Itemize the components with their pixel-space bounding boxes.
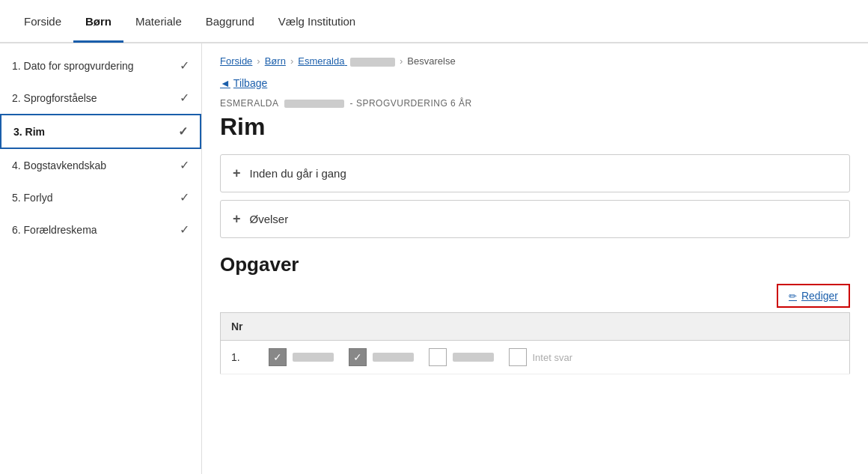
table-header-row: Nr: [221, 313, 850, 341]
accordion-2-plus-icon: +: [233, 211, 241, 227]
accordion-2-label: Øvelser: [250, 213, 289, 225]
sidebar-item-4-label: 4. Bogstavkendskab: [12, 159, 106, 171]
sidebar-item-4[interactable]: 4. Bogstavkendskab ✓: [0, 149, 201, 181]
checkbox-group-1: ✓: [269, 348, 334, 366]
nav-baggrund[interactable]: Baggrund: [194, 1, 266, 41]
checkbox-group-4: Intet svar: [509, 348, 572, 366]
checkbox-2-label: [373, 353, 414, 362]
tasks-table: Nr 1. ✓: [220, 312, 850, 374]
breadcrumb-name-redacted: [350, 58, 395, 67]
nav-born[interactable]: Børn: [73, 1, 123, 41]
edit-button-label: Rediger: [801, 290, 838, 302]
accordion-item-1[interactable]: + Inden du går i gang: [220, 154, 850, 192]
sidebar-item-1[interactable]: 1. Dato for sprogvurdering ✓: [0, 49, 201, 82]
sidebar-item-3-label: 3. Rim: [13, 126, 45, 138]
col-nr: Nr: [221, 313, 258, 341]
sidebar-item-4-check: ✓: [180, 158, 189, 172]
sidebar-item-3-check: ✓: [178, 124, 188, 139]
col-empty: [258, 313, 850, 341]
breadcrumb: Forside › Børn › Esmeralda › Besvarelse: [220, 55, 850, 67]
page-title: Rim: [220, 113, 850, 141]
checkbox-group-3: [429, 348, 494, 366]
pencil-icon: ✏: [789, 291, 797, 302]
main-content: Forside › Børn › Esmeralda › Besvarelse …: [202, 43, 868, 474]
sidebar-item-5[interactable]: 5. Forlyd ✓: [0, 181, 201, 213]
breadcrumb-sep-1: ›: [257, 55, 260, 67]
top-navigation: Forside Børn Materiale Baggrund Vælg Ins…: [0, 0, 868, 43]
sidebar-item-3[interactable]: 3. Rim ✓: [0, 114, 201, 149]
sidebar-item-6[interactable]: 6. Forældreskema ✓: [0, 213, 201, 246]
accordion-1-label: Inden du går i gang: [250, 167, 346, 180]
accordion-1-plus-icon: +: [233, 165, 241, 181]
checkbox-2-checked-icon[interactable]: ✓: [349, 348, 367, 366]
breadcrumb-born[interactable]: Børn: [265, 55, 286, 67]
checkbox-1-checked-icon[interactable]: ✓: [269, 348, 287, 366]
sidebar: 1. Dato for sprogvurdering ✓ 2. Sprogfor…: [0, 43, 202, 474]
sidebar-item-6-label: 6. Forældreskema: [12, 224, 97, 236]
breadcrumb-current: Besvarelse: [407, 55, 455, 67]
subtitle-suffix: - SPROGVURDERING 6 ÅR: [350, 98, 472, 109]
sidebar-item-1-check: ✓: [180, 58, 189, 73]
sidebar-item-2[interactable]: 2. Sprogforståelse ✓: [0, 82, 201, 114]
opgaver-title: Opgaver: [220, 253, 850, 276]
breadcrumb-forside[interactable]: Forside: [220, 55, 252, 67]
sidebar-item-6-check: ✓: [180, 222, 189, 237]
nav-forside[interactable]: Forside: [12, 1, 73, 41]
edit-btn-wrapper: ✏ Rediger: [220, 284, 850, 308]
edit-button[interactable]: ✏ Rediger: [777, 284, 850, 308]
subtitle-name: ESMERALDA: [220, 98, 278, 109]
sidebar-item-1-label: 1. Dato for sprogvurdering: [12, 60, 134, 72]
back-link-label: Tilbage: [233, 77, 267, 89]
row-num: 1.: [231, 351, 240, 363]
sidebar-item-5-check: ✓: [180, 190, 189, 204]
nav-materiale[interactable]: Materiale: [123, 1, 194, 41]
table-row: 1. ✓ ✓: [221, 341, 850, 374]
main-layout: 1. Dato for sprogvurdering ✓ 2. Sprogfor…: [0, 43, 868, 474]
back-arrow-icon: ◄: [220, 77, 230, 89]
row-checkboxes-cell: ✓ ✓: [258, 341, 850, 374]
sidebar-item-2-check: ✓: [180, 91, 189, 105]
breadcrumb-sep-2: ›: [290, 55, 293, 67]
checkbox-1-label: [293, 353, 334, 362]
breadcrumb-sep-3: ›: [400, 55, 403, 67]
checkbox-3-label: [453, 353, 494, 362]
checkbox-group-2: ✓: [349, 348, 414, 366]
breadcrumb-name[interactable]: Esmeralda: [298, 55, 395, 67]
sidebar-item-2-label: 2. Sprogforståelse: [12, 92, 97, 104]
nav-institution[interactable]: Vælg Institution: [266, 1, 367, 41]
accordion-item-2[interactable]: + Øvelser: [220, 200, 850, 238]
content-subtitle: ESMERALDA - SPROGVURDERING 6 ÅR: [220, 98, 850, 109]
back-link[interactable]: ◄ Tilbage: [220, 77, 267, 89]
sidebar-item-5-label: 5. Forlyd: [12, 192, 52, 204]
subtitle-redacted: [284, 100, 344, 108]
checkbox-4-unchecked-icon[interactable]: [509, 348, 527, 366]
row-num-cell: 1.: [221, 341, 258, 374]
intet-svar-label: Intet svar: [533, 352, 572, 363]
checkbox-3-unchecked-icon[interactable]: [429, 348, 447, 366]
